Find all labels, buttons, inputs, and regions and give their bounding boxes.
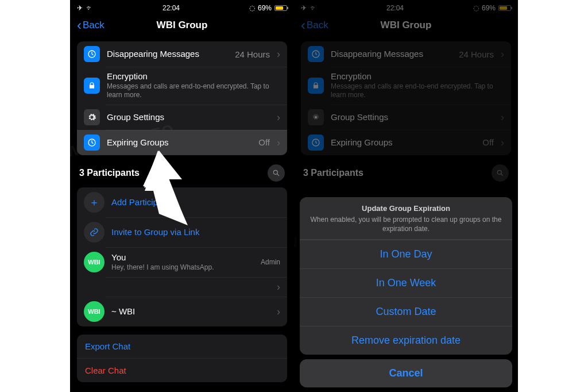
status-loading-icon: ◌ <box>249 4 255 12</box>
row-expiring-groups: Expiring Groups Off › <box>301 130 511 155</box>
sheet-cancel[interactable]: Cancel <box>300 359 512 387</box>
sheet-option-one-day[interactable]: In One Day <box>300 240 512 268</box>
row-encryption: Encryption Messages and calls are end-to… <box>301 67 511 105</box>
sheet-option-one-week[interactable]: In One Week <box>300 268 512 297</box>
back-button[interactable]: ‹ Back <box>301 20 328 31</box>
status-time: 22:04 <box>386 4 404 12</box>
phone-right: ✈ ᯤ 22:04 ◌ 69% ‹ Back WBI Group ©WABETA… <box>294 0 518 392</box>
export-chat[interactable]: Export Chat <box>77 335 287 358</box>
participants-header: 3 Participants <box>301 155 511 187</box>
settings-card: Disappearing Messages 24 Hours › Encrypt… <box>77 41 287 155</box>
row-invite-link[interactable]: Invite to Group via Link <box>77 217 287 247</box>
chevron-right-icon: › <box>277 282 280 292</box>
chevron-right-icon: › <box>277 306 280 317</box>
sheet-title: Update Group Expiration <box>310 204 502 213</box>
lock-icon <box>84 78 100 94</box>
battery-icon <box>498 5 511 11</box>
svg-point-2 <box>273 170 277 174</box>
airplane-icon: ✈ <box>77 4 83 12</box>
row-participant-you[interactable]: WBI You Hey, there! I am using WhatsApp.… <box>77 247 287 277</box>
participants-header: 3 Participants <box>77 155 287 187</box>
row-participant-extra[interactable]: › <box>77 277 287 297</box>
chevron-right-icon: › <box>277 137 280 148</box>
battery-icon <box>274 5 287 11</box>
nav-bar: ‹ Back WBI Group <box>294 14 518 36</box>
chevron-right-icon: › <box>277 112 280 122</box>
row-participant-wbi[interactable]: WBI ~ WBI › <box>77 297 287 326</box>
gear-icon <box>308 109 324 125</box>
chevron-right-icon: › <box>277 49 280 59</box>
participants-card: ＋ Add Participants Invite to Group via L… <box>77 187 287 326</box>
row-group-settings[interactable]: Group Settings › <box>77 105 287 130</box>
svg-point-10 <box>497 170 501 174</box>
phone-left: ✈ ᯤ 22:04 ◌ 69% ‹ Back WBI Group ©WABETA… <box>70 0 294 392</box>
row-disappearing-messages[interactable]: Disappearing Messages 24 Hours › <box>77 41 287 67</box>
row-encryption[interactable]: Encryption Messages and calls are end-to… <box>77 67 287 105</box>
timer-icon <box>84 134 100 151</box>
lock-icon <box>308 78 324 94</box>
status-battery-pct: 69% <box>482 4 496 12</box>
sheet-description: When enabled, you will be prompted to cl… <box>310 215 502 233</box>
airplane-icon: ✈ <box>301 4 307 12</box>
timer-icon <box>308 134 324 151</box>
row-group-settings: Group Settings › <box>301 105 511 130</box>
status-bar: ✈ ᯤ 22:04 ◌ 69% <box>70 2 294 14</box>
settings-card: Disappearing Messages 24 Hours › Encrypt… <box>301 41 511 155</box>
role-badge: Admin <box>261 258 280 266</box>
chevron-left-icon: ‹ <box>301 20 305 30</box>
chevron-left-icon: ‹ <box>77 20 82 30</box>
plus-icon: ＋ <box>84 192 105 213</box>
sheet-option-remove[interactable]: Remove expiration date <box>300 326 512 355</box>
timer-icon <box>84 46 100 62</box>
back-button[interactable]: ‹ Back <box>77 20 105 31</box>
row-add-participants[interactable]: ＋ Add Participants <box>77 187 287 217</box>
timer-icon <box>308 46 324 62</box>
wifi-icon: ᯤ <box>86 4 93 12</box>
row-disappearing-messages: Disappearing Messages 24 Hours › <box>301 41 511 67</box>
sheet-option-custom[interactable]: Custom Date <box>300 297 512 326</box>
status-time: 22:04 <box>163 4 180 12</box>
clear-chat[interactable]: Clear Chat <box>77 358 287 382</box>
action-sheet: Update Group Expiration When enabled, yo… <box>294 197 518 392</box>
search-button[interactable] <box>268 164 285 182</box>
nav-bar: ‹ Back WBI Group <box>70 14 294 36</box>
search-button <box>492 164 509 182</box>
chat-actions-card: Export Chat Clear Chat <box>77 335 287 382</box>
status-battery-pct: 69% <box>258 4 272 12</box>
avatar: WBI <box>84 252 105 272</box>
row-expiring-groups[interactable]: Expiring Groups Off › <box>77 130 287 155</box>
wifi-icon: ᯤ <box>310 4 317 12</box>
status-loading-icon: ◌ <box>473 4 479 12</box>
gear-icon <box>84 109 100 125</box>
avatar: WBI <box>84 301 105 322</box>
link-icon <box>84 222 105 243</box>
status-bar: ✈ ᯤ 22:04 ◌ 69% <box>294 2 518 14</box>
